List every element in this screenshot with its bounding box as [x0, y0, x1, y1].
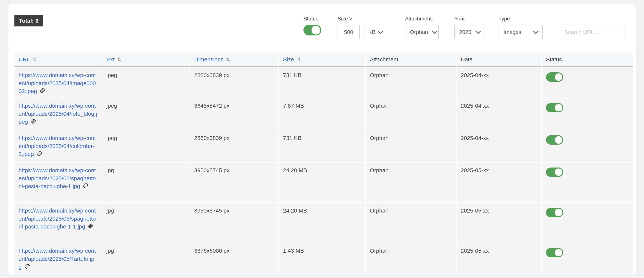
media-table-card: Total: 6 Status: Size > 500 KB Attachmen… — [8, 4, 636, 275]
tag-icon[interactable] — [30, 118, 36, 125]
table-row-date: 2025-04-xx — [456, 98, 541, 130]
sort-icon[interactable]: ⇅ — [32, 57, 37, 63]
table-row-status — [542, 98, 633, 130]
tag-icon[interactable] — [39, 87, 46, 94]
table-row-dimensions: 2880x3839 px — [190, 130, 278, 162]
year-selected-value: 2025 — [459, 29, 472, 35]
table-row-ext: jpeg — [102, 130, 190, 162]
row-status-toggle[interactable] — [546, 103, 563, 112]
tag-icon[interactable] — [24, 263, 30, 270]
type-select[interactable]: Images — [498, 25, 542, 39]
status-filter-group: Status: — [304, 16, 321, 36]
toggle-knob — [312, 26, 320, 35]
size-filter-group: Size > 500 KB — [338, 16, 386, 39]
table-row-size: 24.20 MB — [279, 203, 365, 242]
toggle-knob — [555, 73, 562, 81]
table-row-size: 7.87 MB — [279, 98, 365, 130]
column-header-status: Status — [542, 53, 633, 67]
status-filter-toggle[interactable] — [304, 25, 321, 36]
table-row-status — [542, 68, 633, 98]
table-row-size: 731 KB — [279, 68, 365, 98]
table-row-attachment: Orphan — [366, 130, 456, 162]
chevron-down-icon — [533, 29, 538, 34]
size-filter-label: Size > — [338, 16, 386, 22]
size-value-input[interactable]: 500 — [338, 25, 360, 39]
table-row-dimensions: 3950x5745 px — [190, 203, 278, 242]
search-url-input[interactable]: Search URL... — [560, 25, 626, 39]
column-header-dimensions[interactable]: Dimensions ⇅ — [190, 53, 278, 67]
table-row-dimensions: 3648x5472 px — [190, 98, 278, 130]
type-selected-value: Images — [504, 29, 521, 35]
file-url-link[interactable]: https://www.domain.xy/wp-content/uploads… — [18, 207, 96, 230]
row-status-toggle[interactable] — [546, 208, 563, 217]
tag-icon[interactable] — [36, 150, 42, 157]
chevron-down-icon — [378, 29, 383, 34]
toggle-knob — [555, 249, 562, 256]
toggle-knob — [555, 136, 562, 144]
table-row-dimensions: 3950x5745 px — [190, 163, 278, 202]
table-row-status — [542, 203, 633, 242]
file-url-link[interactable]: https://www.domain.xy/wp-content/uploads… — [18, 72, 96, 94]
table-row-attachment: Orphan — [366, 203, 456, 242]
table-row-url: https://www.domain.xy/wp-content/uploads… — [14, 243, 102, 275]
toggle-knob — [555, 209, 562, 216]
column-header-size[interactable]: Size ⇅ — [279, 53, 365, 67]
sort-icon[interactable]: ⇅ — [296, 57, 301, 63]
chevron-down-icon — [475, 29, 480, 34]
row-status-toggle[interactable] — [546, 135, 563, 145]
table-row-status — [542, 163, 633, 202]
table-row-date: 2025-05-xx — [456, 203, 541, 242]
sort-icon[interactable]: ⇅ — [117, 57, 122, 63]
attachment-selected-value: Orphan — [410, 29, 428, 35]
row-status-toggle[interactable] — [546, 72, 563, 82]
column-header-date: Date — [456, 53, 541, 67]
table-row-url: https://www.domain.xy/wp-content/uploads… — [14, 130, 102, 162]
table-row-date: 2025-05-xx — [456, 243, 541, 275]
table-row-attachment: Orphan — [366, 243, 456, 275]
chevron-down-icon — [432, 29, 438, 34]
sort-icon[interactable]: ⇅ — [226, 57, 230, 63]
column-header-attachment: Attachment — [366, 53, 456, 67]
table-row-dimensions: 3376x6000 px — [190, 243, 278, 275]
table-row-attachment: Orphan — [366, 163, 456, 202]
size-unit-value: KB — [368, 29, 376, 35]
attachment-select[interactable]: Orphan — [405, 25, 439, 39]
table-row-date: 2025-04-xx — [456, 68, 541, 98]
table-row-url: https://www.domain.xy/wp-content/uploads… — [14, 203, 102, 242]
search-group: Search URL... — [560, 16, 626, 39]
column-header-ext[interactable]: Ext ⇅ — [102, 53, 190, 67]
table-row-attachment: Orphan — [366, 98, 456, 130]
size-unit-select[interactable]: KB — [364, 25, 386, 39]
table-row-ext: jpg — [102, 203, 190, 242]
table-row-size: 1.43 MB — [279, 243, 365, 275]
table-row-status — [542, 243, 633, 275]
tag-icon[interactable] — [87, 223, 94, 230]
file-url-link[interactable]: https://www.domain.xy/wp-content/uploads… — [18, 135, 96, 157]
table-row-url: https://www.domain.xy/wp-content/uploads… — [14, 68, 102, 98]
table-row-ext: jpeg — [102, 68, 190, 98]
row-status-toggle[interactable] — [546, 248, 563, 257]
year-filter-group: Year: 2025 — [454, 16, 483, 39]
table-row-ext: jpeg — [102, 98, 190, 130]
tag-icon[interactable] — [82, 182, 89, 189]
table-row-attachment: Orphan — [366, 68, 456, 98]
table-row-size: 24.20 MB — [279, 163, 365, 202]
column-header-url[interactable]: URL ⇅ — [14, 53, 102, 67]
year-filter-label: Year: — [454, 16, 483, 22]
toggle-knob — [555, 104, 562, 111]
row-status-toggle[interactable] — [546, 167, 563, 177]
type-filter-label: Type: — [498, 16, 542, 22]
table-row-ext: jpg — [102, 243, 190, 275]
media-files-table: URL ⇅ Ext ⇅ Dimensions ⇅ Size ⇅ Attachme… — [14, 53, 630, 275]
table-row-date: 2025-04-xx — [456, 130, 541, 162]
table-row-status — [542, 130, 633, 162]
table-row-url: https://www.domain.xy/wp-content/uploads… — [14, 163, 102, 202]
table-row-ext: jpg — [102, 163, 190, 202]
table-row-size: 731 KB — [279, 130, 365, 162]
attachment-filter-group: Attachment: Orphan — [405, 16, 439, 39]
year-select[interactable]: 2025 — [454, 25, 483, 39]
search-label — [560, 16, 626, 22]
status-filter-label: Status: — [304, 16, 321, 22]
attachment-filter-label: Attachment: — [405, 16, 439, 22]
toggle-knob — [555, 168, 562, 176]
